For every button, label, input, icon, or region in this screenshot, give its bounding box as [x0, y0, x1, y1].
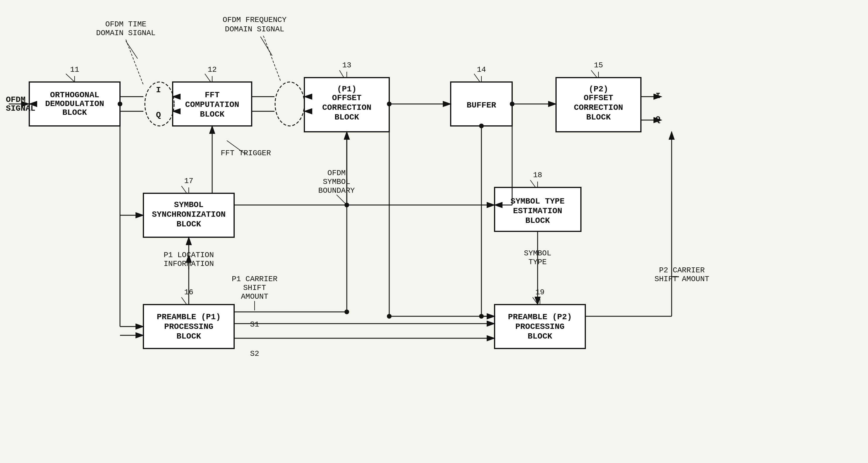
ofdm-signal-label-2: SIGNAL [6, 104, 35, 113]
preamble-p2-label-1: PREAMBLE (P2) [508, 313, 572, 322]
p1-offset-label-2: OFFSET [332, 93, 362, 103]
symbol-type-label-3: BLOCK [525, 216, 550, 225]
fft-trigger-label: FFT TRIGGER [221, 149, 271, 157]
p2-offset-label-1: (P2) [589, 85, 608, 94]
ofdm-freq-label-1: OFDM FREQUENCY [223, 16, 287, 24]
preamble-p1-label-1: PREAMBLE (P1) [157, 313, 221, 322]
orthogonal-label-2: DEMODULATION [45, 99, 104, 108]
s1-label: S1 [250, 320, 259, 329]
fft-label-1: FFT [205, 90, 219, 99]
ofdm-time-label-2: DOMAIN SIGNAL [96, 29, 156, 37]
ref-17: 17 [184, 177, 193, 185]
i-label-time: I [156, 86, 161, 95]
s2-label: S2 [250, 349, 259, 358]
svg-rect-0 [0, 0, 868, 463]
p1-carrier-label-3: AMOUNT [241, 292, 268, 301]
ref-18: 18 [533, 171, 542, 179]
q-out-label: Q [655, 115, 660, 124]
ofdm-time-label-1: OFDM TIME [105, 20, 146, 29]
dot-p1-pre-junct [387, 314, 392, 319]
fft-label-3: BLOCK [200, 110, 224, 119]
p1-carrier-label-2: SHIFT [243, 284, 266, 292]
ofdm-freq-label-2: DOMAIN SIGNAL [225, 25, 284, 34]
p1-offset-label-4: BLOCK [335, 113, 359, 122]
ref-15: 15 [594, 61, 603, 70]
ofdm-sym-bound-label-3: BOUNDARY [318, 186, 355, 195]
ofdm-sym-bound-label-1: OFDM [328, 169, 346, 177]
dot-buf-p2-junct [479, 314, 484, 319]
dot-p1-carrier [344, 310, 349, 314]
p2-offset-label-2: OFFSET [584, 93, 613, 103]
fft-label-2: COMPUTATION [185, 100, 239, 109]
preamble-p2-label-2: PROCESSING [515, 322, 564, 331]
p1-carrier-label-1: P1 CARRIER [232, 275, 277, 284]
preamble-p1-label-2: PROCESSING [164, 322, 213, 331]
dot-buf-bot [479, 123, 484, 128]
symbol-type-label-1: SYMBOL TYPE [511, 197, 565, 206]
p1-offset-label-1: (P1) [337, 85, 356, 94]
ref-14: 14 [477, 65, 486, 74]
ref-12: 12 [208, 65, 217, 74]
symbol-type-label-2: ESTIMATION [513, 206, 562, 215]
ofdm-sym-bound-label-2: SYMBOL [323, 177, 350, 186]
preamble-p1-label-3: BLOCK [177, 332, 201, 341]
i-out-label: I [655, 91, 660, 100]
p2-offset-label-3: CORRECTION [574, 103, 623, 112]
ref-13: 13 [342, 61, 351, 70]
p2-offset-label-4: BLOCK [586, 113, 611, 122]
buffer-label: BUFFER [467, 101, 496, 110]
symbol-sync-label-2: SYNCHRONIZATION [152, 210, 226, 219]
p2-carrier-label-1: P2 CARRIER [659, 266, 705, 275]
q-label-time: Q [156, 110, 161, 119]
orthogonal-label-3: BLOCK [62, 108, 87, 117]
ofdm-signal-label-1: OFDM [6, 95, 26, 104]
symbol-sync-label-3: BLOCK [177, 220, 201, 229]
diagram-container: ORTHOGONAL DEMODULATION BLOCK 11 FFT COM… [0, 0, 868, 463]
p2-carrier-label-2: SHIFT AMOUNT [654, 275, 709, 284]
p1-offset-label-3: CORRECTION [322, 103, 371, 112]
ref-11: 11 [70, 65, 79, 74]
symbol-sync-label-1: SYMBOL [174, 200, 204, 209]
preamble-p2-label-3: BLOCK [528, 332, 552, 341]
orthogonal-label-1: ORTHOGONAL [50, 90, 99, 99]
ref-19: 19 [535, 288, 544, 297]
